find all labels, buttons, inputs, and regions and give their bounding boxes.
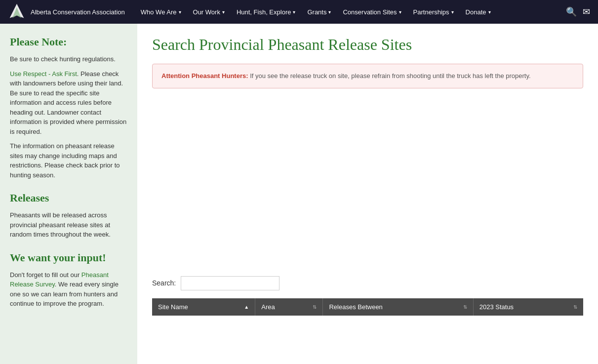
nav-item-hunt-fish-explore[interactable]: Hunt, Fish, Explore ▾ [231,0,302,24]
table-col-releases-between[interactable]: Releases Between ⇅ [323,298,473,316]
sidebar-input-text1: Don't forget to fill out our [10,271,81,279]
sidebar-releases-heading: Releases [10,192,127,204]
alert-text: If you see the release truck on site, pl… [248,72,531,80]
sidebar-input-text: Don't forget to fill out our Pheasant Re… [10,270,127,309]
chevron-down-icon: ▾ [399,9,401,15]
table-head: Site Name ▲ Area ⇅ Releases Between [152,298,583,316]
nav-links: Who We Are ▾ Our Work ▾ Hunt, Fish, Expl… [135,0,566,24]
sidebar-releases-text: Pheasants will be released across provin… [10,210,127,240]
search-row: Search: [152,276,583,290]
chevron-down-icon: ▾ [451,9,454,15]
chevron-down-icon: ▾ [328,9,331,15]
sort-both-icon: ⇅ [313,304,317,310]
page-title: Search Provincial Pheasant Release Sites [152,36,583,54]
nav-item-who-we-are[interactable]: Who We Are ▾ [135,0,187,24]
nav-item-conservation-sites[interactable]: Conservation Sites ▾ [337,0,407,24]
sort-asc-icon: ▲ [244,304,249,310]
nav-item-donate[interactable]: Donate ▾ [460,0,497,24]
search-input[interactable] [181,276,279,290]
sidebar-note-text2: Use Respect - Ask First. Please check wi… [10,69,127,137]
chevron-down-icon: ▾ [488,9,491,15]
sort-both-icon: ⇅ [463,304,467,310]
nav-item-our-work[interactable]: Our Work ▾ [187,0,231,24]
sidebar-input-heading: We want your input! [10,251,127,264]
nav-right-icons: 🔍 ✉ [566,6,590,17]
sort-both-icon: ⇅ [573,304,577,310]
nav-item-partnerships[interactable]: Partnerships ▾ [407,0,460,24]
logo-text: Alberta Conservation Association [31,8,125,16]
alert-strong: Attention Pheasant Hunters: [161,72,248,80]
table-col-2023-status[interactable]: 2023 Status ⇅ [473,298,583,316]
sidebar-note-section: Please Note: Be sure to check hunting re… [10,36,127,180]
sidebar-note-text1: Be sure to check hunting regulations. [10,54,127,64]
search-label: Search: [152,279,176,287]
table-col-site-name[interactable]: Site Name ▲ [152,298,255,316]
sidebar-note-heading: Please Note: [10,36,127,48]
sidebar-note-text2-suffix: . Please check with landowners before us… [10,70,126,135]
mail-icon[interactable]: ✉ [583,6,590,17]
sidebar: Please Note: Be sure to check hunting re… [0,24,137,364]
sidebar-note-text3: The information on pheasant release site… [10,141,127,180]
table-header-row: Site Name ▲ Area ⇅ Releases Between [152,298,583,316]
sidebar-input-section: We want your input! Don't forget to fill… [10,251,127,309]
navigation: Alberta Conservation Association Who We … [0,0,598,24]
main-content: Search Provincial Pheasant Release Sites… [137,24,598,364]
use-respect-link[interactable]: Use Respect - Ask First [10,70,77,78]
chevron-down-icon: ▾ [293,9,295,15]
nav-item-grants[interactable]: Grants ▾ [301,0,337,24]
search-icon[interactable]: 🔍 [566,6,577,17]
alert-box: Attention Pheasant Hunters: If you see t… [152,64,583,88]
table-col-area[interactable]: Area ⇅ [255,298,323,316]
data-table: Site Name ▲ Area ⇅ Releases Between [152,298,583,316]
chevron-down-icon: ▾ [179,9,181,15]
main-container: Please Note: Be sure to check hunting re… [0,24,598,364]
logo[interactable]: Alberta Conservation Association [8,3,125,21]
sidebar-releases-section: Releases Pheasants will be released acro… [10,192,127,240]
chevron-down-icon: ▾ [222,9,225,15]
